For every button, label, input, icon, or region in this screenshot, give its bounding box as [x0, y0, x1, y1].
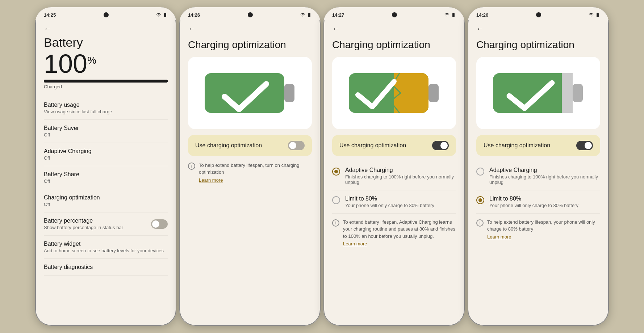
- battery-icon-4: [595, 12, 600, 17]
- menu-battery-diagnostics[interactable]: Battery diagnostics: [44, 259, 168, 276]
- camera-cutout-3: [392, 12, 397, 17]
- charging-opt-title-4: Charging optimization: [476, 39, 600, 51]
- limit-80-option-4[interactable]: Limit to 80% Your phone will only charge…: [476, 190, 600, 214]
- optimization-toggle-row-2: Use charging optimization: [188, 135, 312, 156]
- wifi-icon-4: [589, 12, 594, 17]
- status-time-3: 14:27: [332, 12, 344, 18]
- limit80-radio-4: [476, 196, 484, 204]
- svg-rect-1: [284, 84, 294, 102]
- phone-3: 14:27 ← Charging optimization: [323, 7, 465, 326]
- charging-opt-title-2: Charging optimization: [188, 39, 312, 51]
- battery-svg-2: [203, 68, 297, 118]
- info-text-3: To extend battery lifespan, Adaptive Cha…: [343, 219, 456, 240]
- charging-opt-on-screen-4: ← Charging optimization Use charging opt…: [468, 20, 609, 326]
- svg-rect-8: [562, 73, 573, 113]
- battery-main-screen: ← Battery 100% Charged Battery usage Vie…: [35, 20, 176, 326]
- toggle-label-2: Use charging optimization: [195, 142, 262, 149]
- charged-label: Charged: [44, 84, 168, 89]
- wifi-icon-2: [300, 12, 305, 17]
- charging-opt-toggle-2[interactable]: [288, 141, 305, 150]
- battery-svg-3: [347, 68, 441, 118]
- toggle-label-4: Use charging optimization: [484, 142, 550, 149]
- battery-percentage-toggle[interactable]: [151, 219, 168, 229]
- status-time-4: 14:26: [476, 12, 488, 18]
- percent-symbol: %: [87, 55, 96, 66]
- toggle-label-3: Use charging optimization: [339, 142, 406, 149]
- phone-2: 14:26 ← Charging optimization Use chargi…: [179, 7, 321, 326]
- battery-illustration-4: [476, 57, 600, 129]
- battery-icon-1: [163, 12, 168, 17]
- menu-battery-saver[interactable]: Battery Saver Off: [44, 120, 168, 143]
- charging-opt-toggle-3[interactable]: [432, 141, 449, 150]
- battery-icon-3: [451, 12, 456, 17]
- wifi-icon-3: [444, 12, 449, 17]
- info-text-2: To help extend battery lifespan, turn on…: [199, 162, 312, 176]
- charging-opt-off-screen: ← Charging optimization Use charging opt…: [179, 20, 321, 326]
- svg-rect-7: [573, 84, 583, 102]
- battery-title: Battery: [44, 36, 168, 49]
- info-icon-2: i: [188, 163, 195, 170]
- optimization-toggle-row-3: Use charging optimization: [332, 135, 456, 156]
- camera-cutout-4: [536, 12, 541, 17]
- status-bar-4: 14:26: [468, 7, 609, 20]
- info-icon-3: i: [332, 219, 339, 227]
- menu-battery-percentage[interactable]: Battery percentage Show battery percenta…: [44, 212, 168, 236]
- back-button-1[interactable]: ←: [44, 20, 168, 36]
- charging-opt-title-3: Charging optimization: [332, 39, 456, 51]
- svg-rect-5: [428, 84, 439, 102]
- menu-adaptive-charging[interactable]: Adaptive Charging Off: [44, 143, 168, 166]
- status-time-1: 14:25: [44, 12, 56, 18]
- battery-illustration-2: [188, 57, 312, 129]
- charging-opt-on-screen-3: ← Charging optimization Use charging opt: [323, 20, 465, 326]
- back-button-3[interactable]: ←: [332, 20, 456, 36]
- status-time-2: 14:26: [188, 12, 200, 18]
- back-button-4[interactable]: ←: [476, 20, 600, 36]
- adaptive-charging-option-4[interactable]: Adaptive Charging Finishes charging to 1…: [476, 162, 600, 190]
- menu-battery-usage[interactable]: Battery usage View usage since last full…: [44, 97, 168, 120]
- phone-1: 14:25 ← Battery 100% Charged Battery usa…: [35, 7, 176, 326]
- learn-more-4[interactable]: Learn more: [487, 234, 600, 240]
- info-text-4: To help extend battery lifespan, your ph…: [487, 219, 600, 233]
- status-bar-1: 14:25: [35, 7, 176, 20]
- status-icons-2: [300, 12, 312, 17]
- back-button-2[interactable]: ←: [188, 20, 312, 36]
- info-section-2: i To help extend battery lifespan, turn …: [188, 162, 312, 183]
- battery-icon-2: [307, 12, 312, 17]
- status-icons-3: [444, 12, 456, 17]
- battery-svg-4: [491, 68, 585, 118]
- phone-4: 14:26 ← Charging optimization Use chargi…: [468, 7, 609, 326]
- status-bar-2: 14:26: [179, 7, 321, 20]
- camera-cutout-1: [104, 12, 109, 17]
- adaptive-radio-4: [476, 168, 484, 176]
- battery-percentage: 100%: [44, 51, 168, 77]
- info-icon-4: i: [476, 219, 484, 227]
- optimization-toggle-row-4: Use charging optimization: [476, 135, 600, 156]
- wifi-icon-1: [156, 12, 161, 17]
- menu-battery-share[interactable]: Battery Share Off: [44, 166, 168, 189]
- battery-illustration-3: [332, 57, 456, 129]
- charging-opt-toggle-4[interactable]: [576, 141, 593, 150]
- learn-more-3[interactable]: Learn more: [343, 241, 456, 246]
- menu-charging-optimization[interactable]: Charging optimization Off: [44, 189, 168, 212]
- info-section-3: i To extend battery lifespan, Adaptive C…: [332, 219, 456, 247]
- info-section-4: i To help extend battery lifespan, your …: [476, 219, 600, 240]
- adaptive-charging-option-3[interactable]: Adaptive Charging Finishes charging to 1…: [332, 162, 456, 190]
- status-icons-4: [589, 12, 600, 17]
- camera-cutout-2: [248, 12, 253, 17]
- menu-battery-widget[interactable]: Battery widget Add to home screen to see…: [44, 236, 168, 259]
- battery-bar: [44, 80, 168, 83]
- learn-more-2[interactable]: Learn more: [199, 177, 312, 183]
- status-icons-1: [156, 12, 168, 17]
- limit80-radio-3: [332, 196, 340, 204]
- adaptive-radio-3: [332, 168, 340, 176]
- status-bar-3: 14:27: [323, 7, 465, 20]
- limit-80-option-3[interactable]: Limit to 80% Your phone will only charge…: [332, 190, 456, 214]
- svg-rect-6: [493, 73, 573, 113]
